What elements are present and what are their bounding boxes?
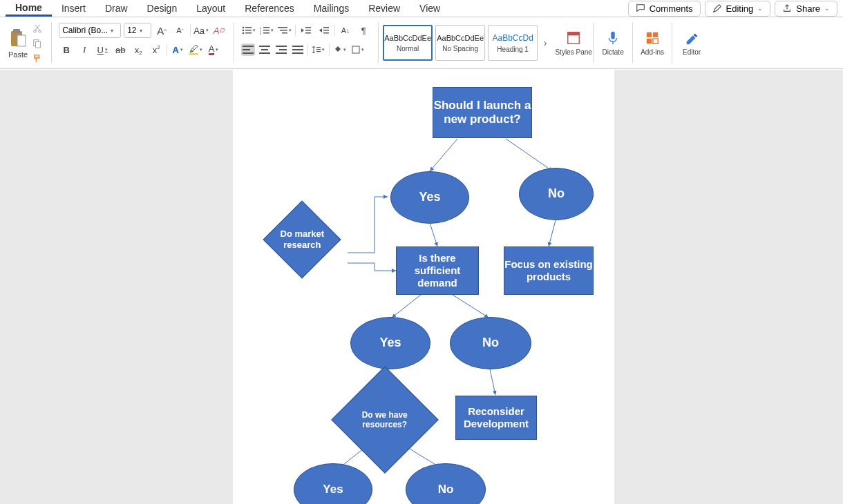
style-heading-1[interactable]: AaBbCcDd Heading 1 [488, 25, 538, 61]
svg-rect-19 [278, 27, 287, 28]
font-size-dropdown[interactable]: 12▾ [124, 23, 151, 38]
italic-button[interactable]: I [77, 42, 92, 57]
flow-start[interactable]: Should I launch a new product? [433, 87, 532, 138]
flow-yes-3[interactable]: Yes [294, 463, 372, 504]
svg-rect-21 [282, 32, 287, 34]
dictate-button[interactable]: Dictate [594, 19, 632, 67]
styles-more-button[interactable]: › [540, 37, 550, 48]
document-canvas[interactable]: Should I launch a new product? Yes No Do… [0, 70, 843, 504]
svg-rect-1 [13, 29, 20, 33]
ribbon: Paste Calibri (Bo...▾ 12▾ A^ Aˇ Aa A∅ B … [0, 17, 843, 69]
svg-rect-31 [352, 46, 359, 53]
svg-rect-24 [305, 32, 311, 34]
tab-references[interactable]: References [235, 1, 304, 15]
svg-text:3: 3 [260, 32, 262, 35]
chevron-down-icon: ⌄ [757, 5, 763, 12]
svg-rect-34 [611, 31, 615, 39]
grow-font-icon[interactable]: A^ [154, 23, 169, 38]
superscript-button[interactable]: x2 [149, 42, 164, 57]
tab-mailings[interactable]: Mailings [304, 1, 359, 15]
addins-button[interactable]: Add-ins [633, 19, 672, 67]
comments-label: Comments [650, 3, 693, 14]
bullets-button[interactable] [241, 23, 256, 38]
numbering-button[interactable]: 123 [259, 23, 274, 38]
svg-line-40 [506, 139, 553, 171]
svg-rect-10 [245, 30, 252, 31]
text-effects-button[interactable]: A [170, 42, 185, 57]
flow-research[interactable]: Do market research [263, 200, 341, 278]
editor-icon [684, 30, 699, 46]
style-normal[interactable]: AaBbCcDdEe Normal [383, 25, 433, 61]
subscript-button[interactable]: x2 [131, 42, 146, 57]
svg-rect-18 [263, 32, 269, 34]
tab-design[interactable]: Design [138, 1, 187, 15]
flow-yes-2[interactable]: Yes [350, 317, 430, 369]
multilevel-button[interactable] [277, 23, 292, 38]
paste-icon[interactable] [9, 28, 27, 49]
flow-yes-1[interactable]: Yes [390, 171, 469, 224]
flow-demand[interactable]: Is there sufficient demand [396, 246, 479, 295]
font-color-button[interactable]: A [206, 42, 221, 57]
bold-button[interactable]: B [59, 42, 74, 57]
page[interactable]: Should I launch a new product? Yes No Do… [233, 70, 614, 504]
flow-no-2[interactable]: No [450, 317, 531, 369]
font-name-dropdown[interactable]: Calibri (Bo...▾ [59, 23, 121, 38]
svg-rect-38 [653, 38, 658, 43]
flow-focus[interactable]: Focus on existing products [504, 246, 594, 295]
svg-point-7 [243, 27, 245, 29]
change-case-icon[interactable]: Aa [193, 23, 209, 38]
indent-decrease-button[interactable] [299, 23, 314, 38]
flow-no-1[interactable]: No [519, 168, 594, 220]
strike-button[interactable]: ab [113, 42, 128, 57]
align-justify-button[interactable] [291, 43, 305, 56]
tab-home[interactable]: Home [6, 1, 52, 17]
tab-draw[interactable]: Draw [95, 1, 138, 15]
svg-rect-37 [647, 38, 652, 43]
svg-rect-27 [323, 32, 329, 34]
flow-reconsider[interactable]: Reconsider Development [455, 396, 537, 440]
underline-button[interactable]: U [95, 42, 110, 57]
tab-review[interactable]: Review [359, 1, 410, 15]
svg-rect-28 [316, 47, 321, 48]
borders-button[interactable] [350, 42, 366, 57]
highlight-button[interactable]: 🖊 [188, 42, 203, 57]
svg-rect-16 [263, 30, 269, 31]
sort-button[interactable]: A↓ [338, 23, 353, 38]
show-marks-button[interactable]: ¶ [356, 23, 371, 38]
tab-insert[interactable]: Insert [52, 1, 95, 15]
clear-format-icon[interactable]: A∅ [211, 23, 227, 38]
align-right-button[interactable] [274, 43, 288, 56]
tab-layout[interactable]: Layout [187, 1, 235, 15]
svg-rect-12 [245, 32, 252, 34]
editor-button[interactable]: Editor [672, 19, 711, 67]
comments-button[interactable]: Comments [628, 1, 701, 17]
align-center-button[interactable] [258, 43, 272, 56]
style-no-spacing[interactable]: AaBbCcDdEe No Spacing [435, 25, 485, 61]
svg-rect-36 [653, 32, 658, 37]
pencil-icon [712, 3, 722, 13]
cut-icon[interactable] [32, 23, 43, 34]
svg-line-43 [392, 295, 421, 318]
svg-line-46 [490, 369, 495, 395]
svg-rect-29 [316, 49, 321, 50]
copy-icon[interactable] [32, 38, 43, 49]
editing-button[interactable]: Editing ⌄ [705, 1, 771, 17]
line-spacing-button[interactable] [311, 42, 326, 57]
svg-rect-26 [323, 30, 329, 31]
addins-icon [645, 30, 660, 46]
flow-no-3[interactable]: No [406, 463, 486, 504]
format-painter-icon[interactable] [32, 53, 43, 64]
share-icon [782, 3, 792, 13]
tab-view[interactable]: View [410, 1, 450, 15]
svg-line-41 [430, 223, 437, 246]
svg-point-11 [243, 32, 245, 35]
svg-rect-22 [305, 27, 311, 28]
shading-button[interactable] [332, 42, 348, 57]
share-button[interactable]: Share ⌄ [775, 1, 837, 17]
flow-resources[interactable]: Do we have resources? [331, 366, 439, 474]
indent-increase-button[interactable] [316, 23, 332, 38]
styles-pane-button[interactable]: Styles Pane [554, 19, 593, 67]
align-left-button[interactable] [241, 43, 255, 56]
paste-label: Paste [8, 50, 28, 59]
shrink-font-icon[interactable]: Aˇ [172, 23, 187, 38]
